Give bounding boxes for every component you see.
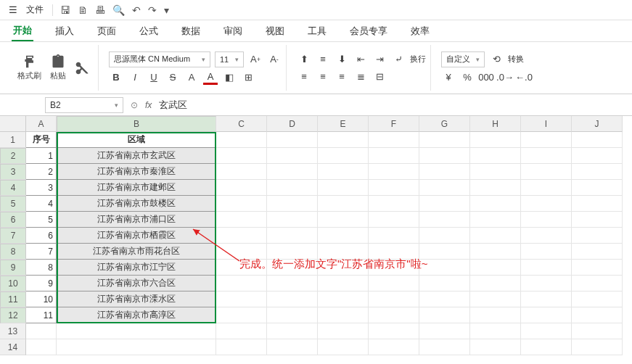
cell[interactable]: 序号	[26, 132, 57, 148]
cell[interactable]	[267, 307, 318, 323]
cell[interactable]	[572, 276, 623, 291]
cell[interactable]	[267, 291, 318, 307]
cell[interactable]	[521, 164, 572, 180]
cell[interactable]	[26, 339, 57, 355]
decimal-inc-icon[interactable]: .0→	[498, 70, 512, 85]
col-head-G[interactable]: G	[419, 116, 470, 132]
font-color-button[interactable]: A	[203, 70, 218, 85]
cell[interactable]	[470, 164, 521, 180]
cell[interactable]: 11	[26, 307, 57, 323]
cell[interactable]: 江苏省南京市高淳区	[57, 307, 216, 323]
cells-area[interactable]: 序号区域1江苏省南京市玄武区2江苏省南京市秦淮区3江苏省南京市建邺区4江苏省南京…	[26, 132, 623, 355]
cell[interactable]	[470, 260, 521, 276]
cell[interactable]	[267, 132, 318, 148]
cell[interactable]	[216, 339, 267, 355]
cell[interactable]: 江苏省南京市江宁区	[57, 260, 216, 276]
cell[interactable]	[318, 323, 369, 339]
col-head-B[interactable]: B	[57, 116, 216, 132]
cell[interactable]	[470, 180, 521, 196]
cell[interactable]: 1	[26, 148, 57, 164]
cell[interactable]	[369, 339, 419, 355]
cell[interactable]	[470, 196, 521, 212]
cell[interactable]	[369, 180, 419, 196]
currency-icon[interactable]: ¥	[441, 70, 456, 85]
cell[interactable]	[216, 180, 267, 196]
cell[interactable]: 6	[26, 228, 57, 244]
tab-工具[interactable]: 工具	[306, 22, 328, 41]
cell[interactable]	[572, 164, 623, 180]
cell[interactable]	[267, 148, 318, 164]
cell[interactable]	[216, 307, 267, 323]
row-head-7[interactable]: 7	[0, 228, 26, 244]
cell[interactable]	[267, 276, 318, 291]
wrap-text-button[interactable]: ⤶	[391, 52, 406, 67]
cell[interactable]: 8	[26, 260, 57, 276]
name-box[interactable]: B2▾	[45, 97, 123, 113]
indent-decrease-icon[interactable]: ⇤	[353, 52, 368, 67]
cell[interactable]: 5	[26, 212, 57, 228]
cell[interactable]: 江苏省南京市雨花台区	[57, 244, 216, 260]
redo-icon[interactable]: ↷	[145, 3, 160, 17]
cell[interactable]: 江苏省南京市溧水区	[57, 291, 216, 307]
select-all-corner[interactable]	[0, 116, 26, 132]
row-head-5[interactable]: 5	[0, 196, 26, 212]
cell[interactable]	[318, 180, 369, 196]
cell[interactable]	[521, 276, 572, 291]
cell[interactable]	[419, 323, 470, 339]
dropdown-icon[interactable]: ▾	[161, 3, 172, 17]
cell[interactable]: 7	[26, 244, 57, 260]
format-brush-button[interactable]: 格式刷	[13, 53, 46, 83]
cell[interactable]	[318, 196, 369, 212]
cell[interactable]	[572, 244, 623, 260]
cell[interactable]	[369, 291, 419, 307]
cell[interactable]	[57, 323, 216, 339]
preview-icon[interactable]: 🔍	[110, 3, 128, 17]
cell[interactable]	[267, 228, 318, 244]
cut-button[interactable]	[70, 59, 94, 77]
cell[interactable]	[216, 276, 267, 291]
cell[interactable]	[521, 323, 572, 339]
cell[interactable]: 区域	[57, 132, 216, 148]
tab-数据[interactable]: 数据	[180, 22, 202, 41]
cell[interactable]	[419, 307, 470, 323]
cell[interactable]	[318, 212, 369, 228]
cell[interactable]	[521, 260, 572, 276]
col-head-A[interactable]: A	[26, 116, 57, 132]
justify-icon[interactable]: ≣	[353, 70, 368, 84]
cell[interactable]	[369, 323, 419, 339]
cell[interactable]	[521, 180, 572, 196]
cell[interactable]	[267, 180, 318, 196]
cell[interactable]	[318, 291, 369, 307]
cell[interactable]	[216, 323, 267, 339]
cell[interactable]: 江苏省南京市秦淮区	[57, 164, 216, 180]
fx-icon[interactable]: fx	[145, 100, 152, 110]
col-head-E[interactable]: E	[318, 116, 369, 132]
cell[interactable]	[369, 228, 419, 244]
cell[interactable]	[470, 339, 521, 355]
cell[interactable]: 江苏省南京市建邺区	[57, 180, 216, 196]
row-head-9[interactable]: 9	[0, 260, 26, 276]
cell[interactable]	[419, 339, 470, 355]
cell[interactable]: 4	[26, 196, 57, 212]
cell[interactable]	[521, 148, 572, 164]
convert-button[interactable]: ⟲	[489, 52, 504, 67]
row-head-2[interactable]: 2	[0, 148, 26, 164]
strikethrough-button[interactable]: S	[165, 70, 180, 85]
tab-页面[interactable]: 页面	[96, 22, 118, 41]
cell[interactable]	[369, 164, 419, 180]
cell[interactable]	[521, 307, 572, 323]
bold-button[interactable]: B	[109, 70, 123, 85]
cell[interactable]	[267, 164, 318, 180]
cell[interactable]	[216, 291, 267, 307]
cell[interactable]	[572, 291, 623, 307]
cell[interactable]	[572, 180, 623, 196]
row-head-13[interactable]: 13	[0, 323, 26, 339]
col-head-H[interactable]: H	[470, 116, 521, 132]
merge-button[interactable]: ⊟	[372, 70, 387, 84]
cell[interactable]	[369, 148, 419, 164]
cell[interactable]	[470, 276, 521, 291]
cell[interactable]	[521, 212, 572, 228]
cell[interactable]	[318, 148, 369, 164]
row-head-12[interactable]: 12	[0, 307, 26, 323]
highlight-button[interactable]: A	[184, 70, 199, 85]
